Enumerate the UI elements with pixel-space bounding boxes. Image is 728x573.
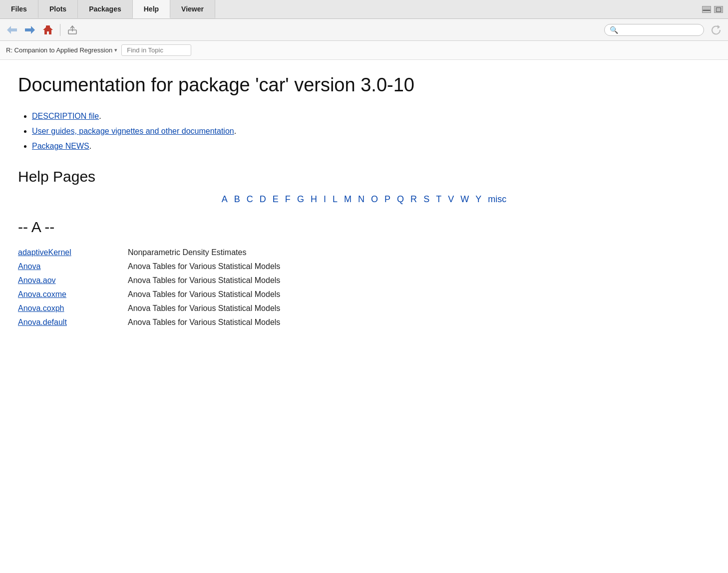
svg-rect-3 [46,25,50,28]
alpha-link-C[interactable]: C [247,194,253,204]
breadcrumb: R: Companion to Applied Regression ▾ [6,46,117,54]
tab-bar: Files Plots Packages Help Viewer — □ [0,0,728,19]
back-button[interactable] [4,23,20,37]
main-content: Documentation for package 'car' version … [0,60,728,573]
intro-links: DESCRIPTION file. User guides, package v… [18,109,710,154]
tab-viewer[interactable]: Viewer [170,0,215,18]
entry-desc: Anova Tables for Various Statistical Mod… [128,301,710,315]
home-icon [42,25,53,35]
entry-desc: Anova Tables for Various Statistical Mod… [128,287,710,301]
find-in-topic-input[interactable] [121,44,191,56]
anova-coxph-link[interactable]: Anova.coxph [18,304,64,312]
list-item: Package NEWS. [32,139,710,154]
alpha-link-R[interactable]: R [410,194,417,204]
anova-default-link[interactable]: Anova.default [18,318,67,326]
tab-files[interactable]: Files [0,0,38,18]
alpha-link-F[interactable]: F [285,194,291,204]
alpha-link-G[interactable]: G [297,194,304,204]
svg-marker-0 [7,26,17,34]
minimize-button[interactable]: — [702,6,711,13]
toolbar: 🔍 [0,19,728,41]
forward-button[interactable] [22,23,38,37]
user-guides-link[interactable]: User guides, package vignettes and other… [32,127,234,135]
table-row: Anova.coxph Anova Tables for Various Sta… [18,301,710,315]
package-news-link[interactable]: Package NEWS [32,142,89,150]
table-row: Anova Anova Tables for Various Statistic… [18,260,710,274]
breadcrumb-bar: R: Companion to Applied Regression ▾ [0,41,728,60]
alpha-link-P[interactable]: P [384,194,390,204]
minimize-icon: — [703,5,711,13]
alpha-link-T[interactable]: T [436,194,441,204]
refresh-icon [711,24,722,35]
maximize-button[interactable]: □ [714,6,723,13]
export-button[interactable] [64,23,80,37]
adaptivekernel-link[interactable]: adaptiveKernel [18,248,71,257]
alpha-link-I[interactable]: I [324,194,326,204]
breadcrumb-label: R: Companion to Applied Regression [6,46,112,54]
breadcrumb-dropdown-icon[interactable]: ▾ [114,47,117,53]
anova-link[interactable]: Anova [18,262,40,271]
alpha-link-V[interactable]: V [448,194,454,204]
svg-marker-6 [718,25,720,29]
alpha-link-L[interactable]: L [333,194,338,204]
table-row: Anova.coxme Anova Tables for Various Sta… [18,287,710,301]
svg-marker-1 [25,26,35,34]
alpha-link-A[interactable]: A [222,194,228,204]
section-a-header: -- A -- [18,219,710,236]
alpha-link-misc[interactable]: misc [488,194,506,204]
alpha-link-O[interactable]: O [371,194,378,204]
anova-aov-link[interactable]: Anova.aov [18,276,56,285]
help-pages-title: Help Pages [18,168,710,185]
entry-desc: Anova Tables for Various Statistical Mod… [128,315,710,329]
alpha-link-Q[interactable]: Q [397,194,404,204]
description-file-link[interactable]: DESCRIPTION file [32,112,99,120]
tab-packages[interactable]: Packages [78,0,133,18]
page-title: Documentation for package 'car' version … [18,74,710,97]
alpha-link-M[interactable]: M [344,194,352,204]
list-item: DESCRIPTION file. [32,109,710,124]
toolbar-separator [60,24,60,36]
table-row: adaptiveKernel Nonparametric Density Est… [18,246,710,260]
entry-desc: Nonparametric Density Estimates [128,246,710,260]
window-controls: — □ [702,0,728,18]
home-button[interactable] [40,23,56,37]
entry-desc: Anova Tables for Various Statistical Mod… [128,260,710,274]
alpha-link-B[interactable]: B [234,194,240,204]
alpha-link-W[interactable]: W [460,194,469,204]
alpha-link-H[interactable]: H [311,194,317,204]
table-row: Anova.default Anova Tables for Various S… [18,315,710,329]
entry-desc: Anova Tables for Various Statistical Mod… [128,274,710,287]
maximize-icon: □ [716,5,721,13]
back-icon [7,26,17,34]
search-input[interactable] [621,26,699,33]
alpha-navigation: A B C D E F G H I L M N O P Q R S T V W … [18,194,710,205]
list-item: User guides, package vignettes and other… [32,124,710,139]
table-row: Anova.aov Anova Tables for Various Stati… [18,274,710,287]
search-icon: 🔍 [610,26,618,34]
alpha-link-N[interactable]: N [358,194,364,204]
tab-help[interactable]: Help [133,0,170,18]
forward-icon [25,26,35,34]
anova-coxme-link[interactable]: Anova.coxme [18,290,66,298]
alpha-link-S[interactable]: S [423,194,429,204]
alpha-link-Y[interactable]: Y [475,194,481,204]
refresh-button[interactable] [708,23,724,37]
help-table: adaptiveKernel Nonparametric Density Est… [18,246,710,329]
search-box[interactable]: 🔍 [604,24,704,36]
export-icon [67,25,77,35]
tab-plots[interactable]: Plots [38,0,78,18]
alpha-link-D[interactable]: D [260,194,266,204]
alpha-link-E[interactable]: E [273,194,279,204]
